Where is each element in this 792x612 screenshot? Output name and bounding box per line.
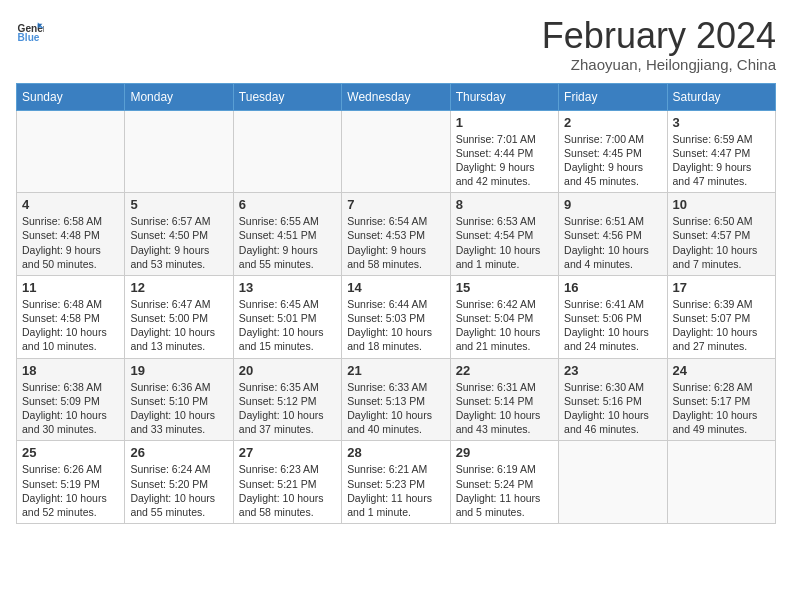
- calendar-cell: [125, 110, 233, 193]
- day-header-sunday: Sunday: [17, 83, 125, 110]
- page-header: General Blue February 2024 Zhaoyuan, Hei…: [16, 16, 776, 73]
- calendar-cell: [342, 110, 450, 193]
- day-detail: Sunrise: 6:42 AM Sunset: 5:04 PM Dayligh…: [456, 298, 541, 353]
- day-detail: Sunrise: 6:53 AM Sunset: 4:54 PM Dayligh…: [456, 215, 541, 270]
- day-number: 24: [673, 363, 770, 378]
- day-number: 7: [347, 197, 444, 212]
- day-detail: Sunrise: 7:01 AM Sunset: 4:44 PM Dayligh…: [456, 133, 536, 188]
- day-number: 17: [673, 280, 770, 295]
- calendar-cell: 20Sunrise: 6:35 AM Sunset: 5:12 PM Dayli…: [233, 358, 341, 441]
- day-detail: Sunrise: 6:31 AM Sunset: 5:14 PM Dayligh…: [456, 381, 541, 436]
- day-detail: Sunrise: 6:30 AM Sunset: 5:16 PM Dayligh…: [564, 381, 649, 436]
- calendar-cell: 18Sunrise: 6:38 AM Sunset: 5:09 PM Dayli…: [17, 358, 125, 441]
- day-detail: Sunrise: 6:23 AM Sunset: 5:21 PM Dayligh…: [239, 463, 324, 518]
- subtitle: Zhaoyuan, Heilongjiang, China: [542, 56, 776, 73]
- day-header-row: SundayMondayTuesdayWednesdayThursdayFrid…: [17, 83, 776, 110]
- day-detail: Sunrise: 6:24 AM Sunset: 5:20 PM Dayligh…: [130, 463, 215, 518]
- day-number: 1: [456, 115, 553, 130]
- calendar-cell: 2Sunrise: 7:00 AM Sunset: 4:45 PM Daylig…: [559, 110, 667, 193]
- calendar-cell: 16Sunrise: 6:41 AM Sunset: 5:06 PM Dayli…: [559, 275, 667, 358]
- day-number: 14: [347, 280, 444, 295]
- calendar-cell: 7Sunrise: 6:54 AM Sunset: 4:53 PM Daylig…: [342, 193, 450, 276]
- day-detail: Sunrise: 6:21 AM Sunset: 5:23 PM Dayligh…: [347, 463, 432, 518]
- calendar-cell: 13Sunrise: 6:45 AM Sunset: 5:01 PM Dayli…: [233, 275, 341, 358]
- day-header-friday: Friday: [559, 83, 667, 110]
- week-row-1: 1Sunrise: 7:01 AM Sunset: 4:44 PM Daylig…: [17, 110, 776, 193]
- calendar-cell: 10Sunrise: 6:50 AM Sunset: 4:57 PM Dayli…: [667, 193, 775, 276]
- day-number: 23: [564, 363, 661, 378]
- calendar-cell: 11Sunrise: 6:48 AM Sunset: 4:58 PM Dayli…: [17, 275, 125, 358]
- calendar-cell: [559, 441, 667, 524]
- calendar-cell: 12Sunrise: 6:47 AM Sunset: 5:00 PM Dayli…: [125, 275, 233, 358]
- day-number: 25: [22, 445, 119, 460]
- calendar-cell: [17, 110, 125, 193]
- day-number: 28: [347, 445, 444, 460]
- day-header-wednesday: Wednesday: [342, 83, 450, 110]
- day-detail: Sunrise: 6:33 AM Sunset: 5:13 PM Dayligh…: [347, 381, 432, 436]
- calendar-cell: 23Sunrise: 6:30 AM Sunset: 5:16 PM Dayli…: [559, 358, 667, 441]
- logo-icon: General Blue: [16, 16, 44, 44]
- day-number: 15: [456, 280, 553, 295]
- day-detail: Sunrise: 6:45 AM Sunset: 5:01 PM Dayligh…: [239, 298, 324, 353]
- calendar-cell: 15Sunrise: 6:42 AM Sunset: 5:04 PM Dayli…: [450, 275, 558, 358]
- calendar-cell: 1Sunrise: 7:01 AM Sunset: 4:44 PM Daylig…: [450, 110, 558, 193]
- calendar-cell: 29Sunrise: 6:19 AM Sunset: 5:24 PM Dayli…: [450, 441, 558, 524]
- day-header-tuesday: Tuesday: [233, 83, 341, 110]
- day-detail: Sunrise: 6:35 AM Sunset: 5:12 PM Dayligh…: [239, 381, 324, 436]
- day-detail: Sunrise: 6:44 AM Sunset: 5:03 PM Dayligh…: [347, 298, 432, 353]
- day-detail: Sunrise: 6:38 AM Sunset: 5:09 PM Dayligh…: [22, 381, 107, 436]
- day-number: 13: [239, 280, 336, 295]
- day-number: 26: [130, 445, 227, 460]
- day-detail: Sunrise: 7:00 AM Sunset: 4:45 PM Dayligh…: [564, 133, 644, 188]
- calendar-cell: 21Sunrise: 6:33 AM Sunset: 5:13 PM Dayli…: [342, 358, 450, 441]
- calendar-cell: 14Sunrise: 6:44 AM Sunset: 5:03 PM Dayli…: [342, 275, 450, 358]
- main-title: February 2024: [542, 16, 776, 56]
- calendar-cell: 26Sunrise: 6:24 AM Sunset: 5:20 PM Dayli…: [125, 441, 233, 524]
- day-detail: Sunrise: 6:58 AM Sunset: 4:48 PM Dayligh…: [22, 215, 102, 270]
- calendar-cell: 25Sunrise: 6:26 AM Sunset: 5:19 PM Dayli…: [17, 441, 125, 524]
- calendar-cell: 22Sunrise: 6:31 AM Sunset: 5:14 PM Dayli…: [450, 358, 558, 441]
- day-header-saturday: Saturday: [667, 83, 775, 110]
- day-detail: Sunrise: 6:26 AM Sunset: 5:19 PM Dayligh…: [22, 463, 107, 518]
- week-row-3: 11Sunrise: 6:48 AM Sunset: 4:58 PM Dayli…: [17, 275, 776, 358]
- week-row-4: 18Sunrise: 6:38 AM Sunset: 5:09 PM Dayli…: [17, 358, 776, 441]
- calendar-cell: 28Sunrise: 6:21 AM Sunset: 5:23 PM Dayli…: [342, 441, 450, 524]
- day-detail: Sunrise: 6:51 AM Sunset: 4:56 PM Dayligh…: [564, 215, 649, 270]
- day-number: 22: [456, 363, 553, 378]
- day-number: 29: [456, 445, 553, 460]
- day-header-monday: Monday: [125, 83, 233, 110]
- day-number: 20: [239, 363, 336, 378]
- week-row-5: 25Sunrise: 6:26 AM Sunset: 5:19 PM Dayli…: [17, 441, 776, 524]
- day-detail: Sunrise: 6:59 AM Sunset: 4:47 PM Dayligh…: [673, 133, 753, 188]
- day-detail: Sunrise: 6:19 AM Sunset: 5:24 PM Dayligh…: [456, 463, 541, 518]
- day-detail: Sunrise: 6:57 AM Sunset: 4:50 PM Dayligh…: [130, 215, 210, 270]
- day-number: 12: [130, 280, 227, 295]
- calendar-table: SundayMondayTuesdayWednesdayThursdayFrid…: [16, 83, 776, 524]
- calendar-cell: 17Sunrise: 6:39 AM Sunset: 5:07 PM Dayli…: [667, 275, 775, 358]
- week-row-2: 4Sunrise: 6:58 AM Sunset: 4:48 PM Daylig…: [17, 193, 776, 276]
- calendar-cell: 5Sunrise: 6:57 AM Sunset: 4:50 PM Daylig…: [125, 193, 233, 276]
- day-number: 11: [22, 280, 119, 295]
- day-number: 5: [130, 197, 227, 212]
- svg-text:Blue: Blue: [18, 32, 40, 43]
- day-detail: Sunrise: 6:39 AM Sunset: 5:07 PM Dayligh…: [673, 298, 758, 353]
- calendar-cell: 8Sunrise: 6:53 AM Sunset: 4:54 PM Daylig…: [450, 193, 558, 276]
- day-detail: Sunrise: 6:36 AM Sunset: 5:10 PM Dayligh…: [130, 381, 215, 436]
- day-number: 16: [564, 280, 661, 295]
- day-number: 2: [564, 115, 661, 130]
- day-header-thursday: Thursday: [450, 83, 558, 110]
- calendar-cell: 4Sunrise: 6:58 AM Sunset: 4:48 PM Daylig…: [17, 193, 125, 276]
- calendar-cell: [233, 110, 341, 193]
- day-number: 18: [22, 363, 119, 378]
- calendar-cell: 27Sunrise: 6:23 AM Sunset: 5:21 PM Dayli…: [233, 441, 341, 524]
- day-detail: Sunrise: 6:54 AM Sunset: 4:53 PM Dayligh…: [347, 215, 427, 270]
- day-detail: Sunrise: 6:41 AM Sunset: 5:06 PM Dayligh…: [564, 298, 649, 353]
- day-detail: Sunrise: 6:47 AM Sunset: 5:00 PM Dayligh…: [130, 298, 215, 353]
- logo: General Blue: [16, 16, 44, 44]
- day-number: 27: [239, 445, 336, 460]
- day-number: 3: [673, 115, 770, 130]
- day-detail: Sunrise: 6:48 AM Sunset: 4:58 PM Dayligh…: [22, 298, 107, 353]
- calendar-cell: 9Sunrise: 6:51 AM Sunset: 4:56 PM Daylig…: [559, 193, 667, 276]
- day-number: 9: [564, 197, 661, 212]
- day-number: 4: [22, 197, 119, 212]
